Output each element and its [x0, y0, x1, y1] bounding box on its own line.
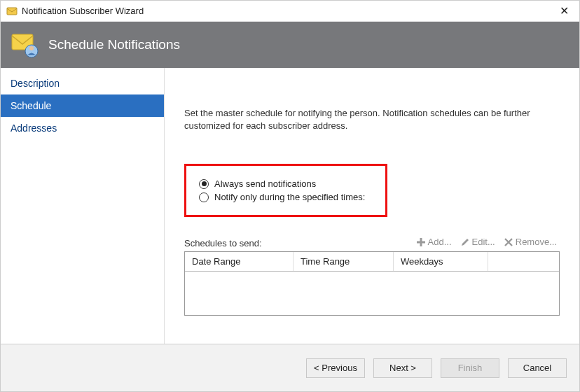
add-button[interactable]: Add...: [413, 235, 455, 248]
col-date-range[interactable]: Date Range: [185, 252, 294, 271]
col-weekdays[interactable]: Weekdays: [394, 252, 488, 271]
table-header: Date Range Time Range Weekdays: [185, 252, 559, 272]
svg-rect-0: [7, 8, 17, 15]
svg-rect-5: [417, 241, 425, 243]
radio-specified-label: Notify only during the specified times:: [214, 192, 365, 202]
radio-always-label: Always send notifications: [214, 178, 316, 189]
titlebar: Notification Subscriber Wizard ✕: [1, 1, 579, 22]
header-icon: [11, 30, 40, 59]
finish-button: Finish: [441, 358, 499, 378]
edit-button[interactable]: Edit...: [457, 235, 498, 248]
app-icon: [6, 6, 18, 17]
col-time-range[interactable]: Time Range: [294, 252, 394, 271]
radio-icon: [199, 179, 209, 189]
schedules-toolbar-row: Schedules to send: Add... Edit...: [184, 235, 560, 248]
sidebar-item-addresses[interactable]: Addresses: [1, 117, 164, 139]
wizard-body: Description Schedule Addresses Set the m…: [1, 68, 579, 344]
x-icon: [504, 237, 513, 247]
next-button[interactable]: Next >: [373, 358, 432, 378]
window-title: Notification Subscriber Wizard: [22, 6, 554, 16]
page-title: Schedule Notifications: [48, 37, 180, 52]
wizard-footer: < Previous Next > Finish Cancel: [1, 344, 579, 391]
pencil-icon: [460, 237, 470, 247]
wizard-sidebar: Description Schedule Addresses: [1, 68, 165, 344]
col-spacer: [488, 252, 559, 271]
remove-label: Remove...: [516, 237, 557, 247]
plus-icon: [416, 237, 426, 247]
radio-always-send[interactable]: Always send notifications: [199, 178, 373, 189]
schedules-table: Date Range Time Range Weekdays: [184, 251, 560, 316]
sidebar-item-description[interactable]: Description: [1, 72, 164, 94]
edit-label: Edit...: [472, 237, 495, 247]
intro-text: Set the master schedule for notifying th…: [184, 107, 560, 132]
sidebar-item-schedule[interactable]: Schedule: [1, 94, 164, 117]
wizard-header: Schedule Notifications: [1, 22, 579, 68]
remove-button[interactable]: Remove...: [501, 235, 560, 248]
close-button[interactable]: ✕: [554, 1, 574, 21]
schedule-radio-group: Always send notifications Notify only du…: [184, 164, 387, 217]
cancel-button[interactable]: Cancel: [508, 358, 567, 378]
svg-point-3: [29, 46, 34, 50]
schedules-toolbar: Add... Edit... Remove...: [413, 235, 560, 248]
add-label: Add...: [428, 237, 452, 247]
previous-button[interactable]: < Previous: [306, 358, 365, 378]
radio-icon: [199, 192, 209, 202]
radio-specified-times[interactable]: Notify only during the specified times:: [199, 192, 373, 202]
wizard-main: Set the master schedule for notifying th…: [165, 68, 579, 344]
schedules-label: Schedules to send:: [184, 238, 262, 248]
table-body: [185, 272, 559, 315]
